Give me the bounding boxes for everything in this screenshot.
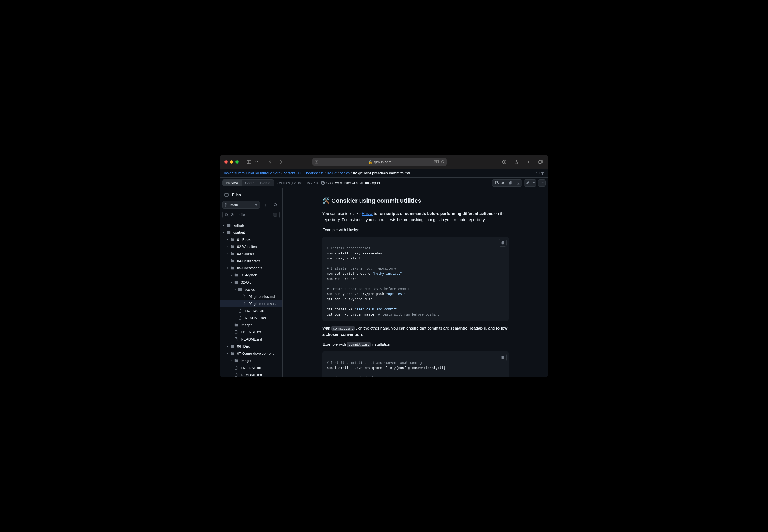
tree-file[interactable]: LICENSE.txt	[219, 364, 282, 371]
download-raw-icon[interactable]	[515, 179, 522, 187]
paragraph: Example with Husky:	[322, 227, 509, 233]
copy-raw-icon[interactable]	[507, 179, 515, 187]
minimize-window[interactable]	[230, 160, 233, 164]
file-meta: 279 lines (179 loc) · 15.2 KB	[276, 181, 318, 185]
tree-folder[interactable]: ▾05-Cheatsheets	[219, 264, 282, 271]
breadcrumb-link[interactable]: 05-Cheatsheets	[298, 171, 324, 175]
tree-file[interactable]: README.md	[219, 371, 282, 377]
share-icon[interactable]	[513, 159, 520, 165]
file-toolbar: Preview Code Blame 279 lines (179 loc) ·…	[219, 178, 549, 188]
chevron-down-icon[interactable]	[253, 159, 259, 165]
file-content: 🛠️ Consider using commit utilities You c…	[282, 188, 549, 377]
back-icon[interactable]	[267, 159, 273, 165]
url-bar[interactable]: 🔒 github.com A	[312, 158, 447, 166]
goto-file-input[interactable]: Go to file t	[222, 211, 279, 218]
tree-folder[interactable]: ▾07-Game-development	[219, 350, 282, 357]
breadcrumb-link[interactable]: content	[284, 171, 295, 175]
copy-code-icon[interactable]	[499, 239, 507, 247]
lock-icon: 🔒	[368, 160, 372, 164]
svg-rect-11	[225, 193, 228, 196]
add-file-icon[interactable]	[261, 201, 270, 209]
breadcrumb-link[interactable]: InsightsFromJuniorToFutureSeniors	[224, 171, 280, 175]
tree-folder[interactable]: ▸01-Python	[219, 271, 282, 279]
tree-folder[interactable]: ▾content	[219, 229, 282, 236]
file-explorer: Files main Go to file t ▸.github▾content…	[219, 188, 282, 377]
svg-rect-0	[247, 160, 251, 164]
titlebar: 🔒 github.com A	[219, 155, 549, 169]
tab-preview[interactable]: Preview	[222, 180, 242, 186]
tree-folder[interactable]: ▸.github	[219, 222, 282, 229]
breadcrumb-link[interactable]: basics	[339, 171, 350, 175]
browser-window: 🔒 github.com A InsightsFromJuniorToFutur…	[219, 155, 549, 377]
breadcrumb: InsightsFromJuniorToFutureSeniors / cont…	[224, 171, 534, 175]
paragraph: Example with commitlint installation:	[322, 341, 509, 347]
section-heading: 🛠️ Consider using commit utilities	[322, 197, 509, 207]
close-window[interactable]	[224, 160, 228, 164]
tree-file[interactable]: README.md	[219, 314, 282, 321]
reload-icon[interactable]	[441, 160, 445, 164]
traffic-lights	[224, 160, 239, 164]
tree-file[interactable]: LICENSE.txt	[219, 307, 282, 314]
svg-rect-10	[539, 161, 541, 164]
tab-code[interactable]: Code	[242, 180, 257, 186]
svg-text:A: A	[435, 161, 436, 162]
tree-folder[interactable]: ▾basics	[219, 286, 282, 293]
edit-icon[interactable]	[524, 179, 532, 187]
downloads-icon[interactable]	[501, 159, 507, 165]
breadcrumb-current: 02-git-best-practices-commits.md	[353, 171, 410, 175]
paragraph: With commitlint , on the other hand, you…	[322, 325, 509, 337]
tree-folder[interactable]: ▸02-Websites	[219, 243, 282, 250]
translate-icon[interactable]: A	[434, 160, 439, 164]
new-tab-icon[interactable]	[526, 159, 532, 165]
reader-icon[interactable]	[315, 160, 318, 164]
branch-selector[interactable]: main	[222, 201, 260, 209]
tab-blame[interactable]: Blame	[257, 180, 273, 186]
outline-icon[interactable]	[538, 179, 546, 187]
raw-button[interactable]: Raw	[492, 179, 507, 187]
collapse-sidebar-icon[interactable]	[223, 192, 229, 198]
code-block: # Install commitlint cli and conventiona…	[322, 351, 509, 377]
husky-link[interactable]: Husky	[362, 211, 373, 216]
tree-folder[interactable]: ▸06-IDEs	[219, 343, 282, 350]
copy-code-icon[interactable]	[499, 354, 507, 361]
tree-folder[interactable]: ▾02-Git	[219, 279, 282, 286]
tree-folder[interactable]: ▸01-Books	[219, 236, 282, 243]
svg-point-13	[274, 204, 276, 206]
tree-file[interactable]: README.md	[219, 336, 282, 343]
breadcrumb-link[interactable]: 02-Git	[327, 171, 336, 175]
tree-folder[interactable]: ▸images	[219, 357, 282, 364]
tree-file[interactable]: 01-git-basics.md	[219, 293, 282, 300]
file-tree: ▸.github▾content▸01-Books▸02-Websites▸03…	[219, 221, 282, 377]
copilot-promo[interactable]: Code 55% faster with GitHub Copilot	[321, 181, 380, 185]
maximize-window[interactable]	[235, 160, 239, 164]
tree-file[interactable]: LICENSE.txt	[219, 328, 282, 336]
tabs-icon[interactable]	[538, 159, 544, 165]
code-block: # Install dependencies npm install husky…	[322, 237, 509, 321]
search-files-icon[interactable]	[271, 201, 279, 209]
svg-point-14	[225, 213, 228, 216]
edit-dropdown-icon[interactable]	[532, 179, 536, 187]
tree-file[interactable]: 02-git-best-practi...	[219, 300, 282, 307]
sidebar-title: Files	[232, 193, 241, 197]
tree-folder[interactable]: ▸images	[219, 321, 282, 328]
sidebar-toggle-icon[interactable]	[246, 159, 252, 165]
tree-folder[interactable]: ▸03-Courses	[219, 250, 282, 257]
tree-folder[interactable]: ▸04-Certificates	[219, 257, 282, 264]
forward-icon[interactable]	[278, 159, 284, 165]
go-to-top[interactable]: Top	[535, 171, 544, 175]
view-tabs: Preview Code Blame	[222, 179, 274, 186]
paragraph: You can use tools like Husky to run scri…	[322, 211, 509, 223]
url-text: github.com	[374, 160, 392, 164]
header-row: InsightsFromJuniorToFutureSeniors / cont…	[219, 169, 549, 178]
